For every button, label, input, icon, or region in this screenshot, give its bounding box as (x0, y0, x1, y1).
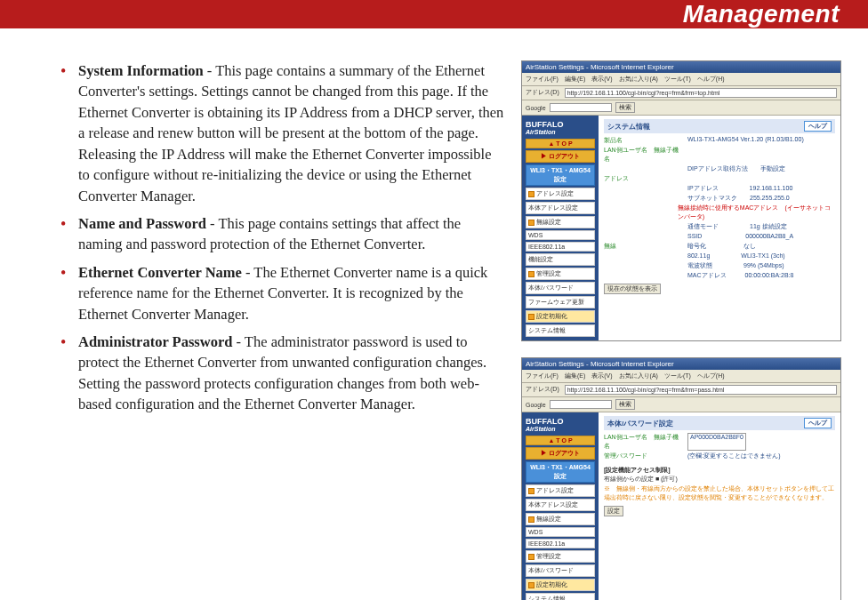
panel-title: 本体/パスワード設定 (607, 419, 673, 428)
help-button[interactable]: ヘルプ (804, 121, 832, 132)
screenshot-system-info: AirStation Settings - Microsoft Internet… (521, 60, 841, 341)
app-content: システム情報 ヘルプ 製品名WLI3-TX1-AMG54 Ver.1.20 (R… (599, 116, 840, 340)
sidebar-label: アドレス設定 (536, 486, 574, 495)
refresh-button[interactable]: 現在の状態を表示 (604, 284, 661, 294)
square-icon (528, 488, 534, 494)
sidebar-item[interactable]: 本体アドレス設定 (526, 499, 595, 511)
set-button[interactable]: 設定 (604, 506, 623, 516)
google-label: Google (526, 105, 546, 111)
sidebar-label: 設定初期化 (536, 312, 567, 321)
top-button[interactable]: ▲ T O P (526, 436, 595, 445)
info-key: LAN側ユーザ名 無線子機名 (604, 146, 684, 164)
info-value: SSID 000000BA2B8_A (687, 232, 793, 241)
sidebar-label: システム情報 (528, 595, 566, 600)
info-key: アドレス (604, 174, 684, 183)
sidebar-item[interactable]: 無線設定 (526, 216, 595, 228)
info-value: WLI3-TX1-AMG54 Ver.1.20 (R1.03/B1.00) (687, 136, 804, 145)
help-button[interactable]: ヘルプ (804, 418, 832, 428)
address-bar[interactable]: http://192.168.11.100/cgi-bin/cgi?req=fr… (565, 88, 837, 98)
sidebar-item[interactable]: 本体/パスワード (526, 282, 595, 294)
address-bar[interactable]: http://192.168.11.100/cgi-bin/cgi?req=fr… (565, 385, 837, 395)
google-label: Google (526, 402, 546, 408)
sidebar-item[interactable]: システム情報 (526, 324, 595, 337)
google-toolbar: Google 検索 (522, 100, 840, 116)
sidebar-item[interactable]: 本体/パスワード (526, 564, 595, 577)
address-bar-row: アドレス(D) http://192.168.11.100/cgi-bin/cg… (522, 383, 840, 397)
item-title: Administrator Password (78, 333, 232, 350)
sidebar-item[interactable]: アドレス設定 (526, 484, 595, 497)
app-sidebar: BUFFALO AirStation ▲ T O P ▶ ログアウト WLI3・… (522, 412, 599, 600)
brand-top: BUFFALO (526, 121, 595, 129)
info-value: 暗号化 なし (687, 242, 756, 251)
sidebar-label: 管理設定 (536, 552, 561, 561)
sidebar-label: 本体アドレス設定 (528, 500, 578, 509)
item-text: - This page contains a summary of the Et… (78, 62, 503, 204)
brand-logo: BUFFALO AirStation (526, 119, 595, 137)
info-value: 802.11g WLI3-TX1 (3ch) (687, 252, 785, 260)
info-key: LAN側ユーザ名 無線子機名 (604, 433, 684, 451)
sidebar-item[interactable]: ファームウェア更新 (526, 296, 595, 308)
brand-top: BUFFALO (526, 418, 595, 426)
sidebar-label: アドレス設定 (536, 189, 574, 198)
sidebar-item[interactable]: システム情報 (526, 593, 595, 600)
google-search-input[interactable] (550, 103, 612, 112)
list-item: Name and Password - This page contains s… (53, 213, 505, 255)
brand-bottom: AirStation (526, 129, 595, 135)
google-toolbar: Google 検索 (522, 397, 840, 412)
sidebar-item[interactable]: 設定初期化 (526, 310, 595, 323)
bullet-list: System Information - This page contains … (53, 60, 505, 415)
sidebar-item[interactable]: 管理設定 (526, 268, 595, 280)
sidebar-item[interactable]: IEEE802.11a (526, 242, 595, 252)
sidebar-item[interactable]: 本体アドレス設定 (526, 202, 595, 214)
sidebar-label: 無線設定 (536, 515, 561, 524)
info-value: (空欄:変更することはできません) (687, 452, 781, 460)
sidebar-item[interactable]: WDS (526, 230, 595, 240)
square-icon (528, 554, 534, 560)
list-item: System Information - This page contains … (53, 60, 505, 206)
address-bar-row: アドレス(D) http://192.168.11.100/cgi-bin/cg… (522, 86, 840, 100)
sidebar-item[interactable]: アドレス設定 (526, 188, 595, 200)
google-search-button[interactable]: 検索 (615, 102, 635, 113)
sidebar-label: WDS (528, 529, 542, 535)
address-label: アドレス(D) (526, 88, 559, 98)
sidebar-item[interactable]: WDS (526, 527, 595, 537)
sidebar-label: 管理設定 (536, 269, 561, 278)
sidebar-item[interactable]: 設定初期化 (526, 579, 595, 591)
info-value: 通信モード 11g 接続設定 (687, 222, 787, 231)
sidebar-label: ファームウェア更新 (528, 298, 584, 307)
info-value: 無線接続時に使用するMACアドレス (イーサネットコンバータ) (678, 204, 835, 221)
browser-titlebar: AirStation Settings - Microsoft Internet… (522, 61, 840, 73)
list-item: Administrator Password - The administrat… (53, 332, 505, 415)
access-restriction-title: [設定機能アクセス制限] (604, 466, 835, 475)
info-value: DIPアドレス取得方法 手動設定 (687, 164, 785, 173)
panel-title: システム情報 (607, 122, 650, 132)
sidebar-label: 本体/パスワード (528, 284, 574, 292)
sidebar-item[interactable]: 無線設定 (526, 513, 595, 525)
device-settings-button[interactable]: WLI3・TX1・AMG54 設定 (526, 164, 595, 186)
sidebar-label: 本体/パスワード (528, 566, 574, 575)
square-icon (528, 314, 534, 320)
sidebar-item[interactable]: IEEE802.11a (526, 539, 595, 548)
google-search-input[interactable] (550, 400, 612, 409)
header-bar: Management (0, 0, 868, 28)
logout-button[interactable]: ▶ ログアウト (526, 447, 595, 460)
info-value: サブネットマスク 255.255.255.0 (687, 194, 790, 203)
google-search-button[interactable]: 検索 (615, 399, 635, 410)
sidebar-item[interactable]: 管理設定 (526, 550, 595, 563)
browser-menubar: ファイル(F) 編集(E) 表示(V) お気に入り(A) ツール(T) ヘルプ(… (522, 73, 840, 86)
warning-note: ※ 無線側・有線両方からの設定を禁止した場合、本体リセットボタンを押して工場出荷… (604, 484, 835, 502)
top-button[interactable]: ▲ T O P (526, 139, 595, 148)
panel-title-row: システム情報 ヘルプ (604, 119, 835, 133)
logout-button[interactable]: ▶ ログアウト (526, 150, 595, 163)
square-icon (528, 191, 534, 197)
sidebar-label: システム情報 (528, 326, 566, 335)
sidebar-item[interactable]: 機能設定 (526, 253, 595, 266)
item-title: System Information (78, 62, 204, 79)
sidebar-label: IEEE802.11a (528, 244, 565, 250)
sidebar-label: 本体アドレス設定 (528, 204, 578, 212)
list-item: Ethernet Converter Name - The Ethernet C… (53, 262, 505, 324)
brand-logo: BUFFALO AirStation (526, 416, 595, 434)
name-input[interactable]: AP000D0BA2B8F0 (687, 433, 746, 451)
sidebar-label: IEEE802.11a (528, 540, 565, 547)
device-settings-button[interactable]: WLI3・TX1・AMG54 設定 (526, 461, 595, 483)
